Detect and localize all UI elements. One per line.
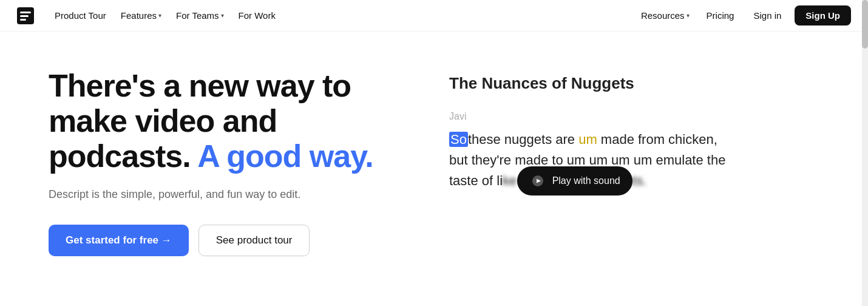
subtext: Descript is the simple, powerful, and fu… [49,186,401,203]
svg-rect-3 [20,19,26,21]
chevron-down-icon: ▾ [158,12,161,19]
speaker-label: Javi [449,111,789,122]
transcript-line1: Sothese nuggets are um made from chicken… [449,129,789,150]
signup-button[interactable]: Sign Up [795,5,851,25]
button-row: Get started for free → See product tour [49,225,401,256]
card-title: The Nuances of Nuggets [449,74,789,93]
nav-left: Product Tour Features ▾ For Teams ▾ For … [49,7,282,24]
signin-button[interactable]: Sign in [745,7,790,24]
svg-rect-1 [20,12,31,13]
headline: There's a new way to make video and podc… [49,68,401,174]
main-content: There's a new way to make video and podc… [0,32,868,306]
get-started-button[interactable]: Get started for free → [49,225,189,256]
chevron-down-icon: ▾ [221,12,224,19]
line1-text: these nuggets are [468,132,578,147]
transcript: Sothese nuggets are um made from chicken… [449,129,789,191]
nav-for-work[interactable]: For Work [232,7,282,24]
play-icon [529,172,546,189]
nav-right: Resources ▾ Pricing Sign in Sign Up [635,5,851,25]
line3-start: taste of li [449,173,503,188]
nav-for-teams[interactable]: For Teams ▾ [170,7,230,24]
nav-product-tour[interactable]: Product Tour [49,7,112,24]
play-with-sound-button[interactable]: Play with sound [517,166,632,195]
headline-blue: A good way. [191,138,373,174]
play-label: Play with sound [552,174,620,189]
overlay-container: ke real chicken nuggets. Play with sound [503,171,646,191]
highlight-um: um [578,132,597,147]
logo[interactable] [17,7,34,24]
navbar: Product Tour Features ▾ For Teams ▾ For … [0,0,868,32]
nav-features[interactable]: Features ▾ [115,7,168,24]
transcript-line3: taste of li ke real chicken nuggets. Pla… [449,171,789,191]
chevron-down-icon: ▾ [687,12,690,19]
nav-resources[interactable]: Resources ▾ [635,7,696,24]
scrollbar-thumb [862,0,868,49]
highlight-so: So [449,132,468,147]
scrollbar[interactable] [862,0,868,306]
product-tour-button[interactable]: See product tour [198,225,310,256]
hero-left: There's a new way to make video and podc… [49,68,401,256]
nav-pricing[interactable]: Pricing [700,7,741,24]
svg-rect-2 [20,15,29,17]
line1-rest: made from chicken, [597,132,717,147]
demo-card: The Nuances of Nuggets Javi Sothese nugg… [449,68,789,191]
